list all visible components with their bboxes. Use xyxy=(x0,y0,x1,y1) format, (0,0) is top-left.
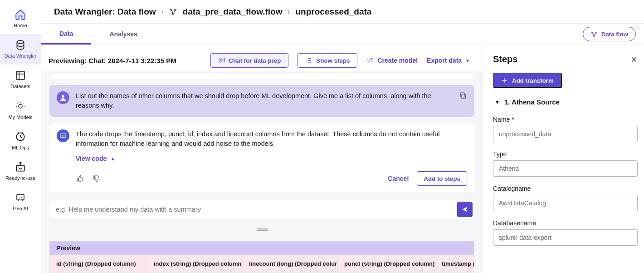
nav-ml-ops-label: ML Ops xyxy=(12,145,29,151)
breadcrumb-root[interactable]: Data Wrangler: Data flow xyxy=(54,7,156,17)
flow-file-icon xyxy=(169,8,177,16)
steps-panel: Steps Add transform ▼ 1. Athena Source N… xyxy=(483,45,644,273)
tabs: Data Analyses xyxy=(41,24,156,45)
nav-ml-ops[interactable]: ML Ops xyxy=(0,126,41,156)
datasets-icon xyxy=(14,69,27,82)
svg-point-12 xyxy=(62,95,64,98)
send-button[interactable] xyxy=(457,202,473,217)
ml-ops-icon xyxy=(14,130,27,143)
assistant-avatar-icon xyxy=(57,129,69,142)
type-field-label: Type xyxy=(493,150,638,158)
nav-my-models-label: My Models xyxy=(8,114,32,120)
type-field[interactable] xyxy=(493,160,638,177)
svg-point-0 xyxy=(17,40,24,44)
create-model-link[interactable]: Create model xyxy=(366,57,418,64)
nav-my-models[interactable]: My Models xyxy=(0,95,41,126)
add-transform-label: Add transform xyxy=(512,77,554,84)
svg-point-9 xyxy=(595,32,597,33)
view-code-label: View code xyxy=(76,155,107,162)
chat-area: List out the names of other columns that… xyxy=(41,71,483,273)
nav-datasets[interactable]: Datasets xyxy=(0,65,41,95)
name-field[interactable] xyxy=(493,126,638,142)
data-flow-button[interactable]: Data flow xyxy=(583,27,636,41)
step-1-row[interactable]: ▼ 1. Athena Source xyxy=(493,98,638,106)
nav-gen-ai[interactable]: Gen AI xyxy=(0,187,41,217)
column-header-id[interactable]: id (string) (Dropped column) xyxy=(49,255,147,273)
svg-rect-14 xyxy=(461,93,464,97)
step-1-label: 1. Athena Source xyxy=(504,98,560,106)
plus-icon xyxy=(501,77,507,84)
add-transform-button[interactable]: Add transform xyxy=(493,73,562,88)
catalog-field-label: Catalogname xyxy=(493,185,638,192)
nav-home-label: Home xyxy=(14,23,27,29)
chevron-up-icon: ▲ xyxy=(110,156,115,161)
catalog-field[interactable] xyxy=(493,195,638,211)
nav-data-wrangler-label: Data Wrangler xyxy=(5,53,37,59)
nav-ready-to-use[interactable]: Ready-to-use xyxy=(0,156,41,187)
database-field-label: Databasename xyxy=(493,219,638,227)
tab-data[interactable]: Data xyxy=(41,24,91,45)
export-data-label: Export data xyxy=(427,57,462,64)
caret-down-icon: ▼ xyxy=(465,58,470,63)
svg-point-10 xyxy=(593,35,595,37)
svg-rect-4 xyxy=(17,194,24,200)
svg-point-8 xyxy=(591,32,593,33)
svg-point-7 xyxy=(172,13,174,14)
nav-datasets-label: Datasets xyxy=(10,84,30,89)
breadcrumb-node[interactable]: unprocessed_data xyxy=(296,7,372,17)
chat-input[interactable] xyxy=(56,206,457,213)
nav-home[interactable]: Home xyxy=(0,4,41,34)
chat-input-row xyxy=(49,200,474,218)
export-data-dropdown[interactable]: Export data ▼ xyxy=(427,57,470,64)
database-field[interactable] xyxy=(493,229,638,246)
assistant-message-text: The code drops the timestamp, punct, id,… xyxy=(76,129,467,149)
column-header-index[interactable]: index (string) (Dropped column) xyxy=(147,255,242,273)
user-message-text: List out the names of other columns that… xyxy=(76,91,453,110)
nav-gen-ai-label: Gen AI xyxy=(13,206,28,212)
view-code-toggle[interactable]: View code ▲ xyxy=(76,155,467,162)
column-header-timestamp[interactable]: timestamp (string) xyxy=(435,255,474,273)
user-message: List out the names of other columns that… xyxy=(49,85,474,117)
list-icon xyxy=(305,57,312,64)
my-models-icon xyxy=(14,100,27,113)
copy-icon[interactable] xyxy=(459,91,467,99)
svg-rect-1 xyxy=(16,71,24,79)
preview-title: Previewing: Chat: 2024-7-11 3:22:35 PM xyxy=(49,57,176,65)
chat-icon xyxy=(218,57,225,64)
column-header-linecount[interactable]: linecount (long) (Dropped column) xyxy=(242,255,337,273)
breadcrumb: Data Wrangler: Data flow › data_pre_data… xyxy=(41,0,644,24)
home-icon xyxy=(14,8,27,21)
breadcrumb-file[interactable]: data_pre_data_flow.flow xyxy=(183,7,283,17)
tab-analyses[interactable]: Analyses xyxy=(91,24,155,45)
show-steps-button[interactable]: Show steps xyxy=(298,53,357,68)
preview-header: Preview xyxy=(49,241,474,255)
magic-wand-icon xyxy=(366,57,374,64)
main-column: Previewing: Chat: 2024-7-11 3:22:35 PM C… xyxy=(41,45,483,273)
show-steps-label: Show steps xyxy=(316,57,350,64)
svg-rect-13 xyxy=(462,94,465,99)
data-wrangler-icon xyxy=(14,39,27,51)
close-icon[interactable] xyxy=(630,56,638,63)
preview-columns-row: id (string) (Dropped column) index (stri… xyxy=(49,255,474,273)
caret-down-icon: ▼ xyxy=(495,99,500,105)
resize-handle[interactable] xyxy=(49,225,474,235)
ready-to-use-icon xyxy=(14,161,27,174)
user-avatar-icon xyxy=(57,91,69,104)
gen-ai-icon xyxy=(14,191,27,204)
steps-panel-title: Steps xyxy=(493,54,517,65)
cancel-link[interactable]: Cancel xyxy=(388,175,409,182)
left-nav-rail: Home Data Wrangler Datasets My Models ML… xyxy=(0,0,41,273)
name-field-label: Name * xyxy=(493,116,638,123)
svg-rect-15 xyxy=(60,134,66,137)
chat-for-data-prep-label: Chat for data prep xyxy=(229,57,281,64)
nav-data-wrangler[interactable]: Data Wrangler xyxy=(0,34,41,65)
tabs-row: Data Analyses Data flow xyxy=(41,24,644,45)
chat-for-data-prep-button[interactable]: Chat for data prep xyxy=(210,53,289,68)
data-flow-icon xyxy=(590,30,598,38)
thumbs-down-icon[interactable] xyxy=(92,174,100,183)
add-to-steps-button[interactable]: Add to steps xyxy=(417,171,467,186)
thumbs-up-icon[interactable] xyxy=(76,174,84,183)
svg-point-2 xyxy=(19,104,22,108)
chevron-right-icon: › xyxy=(288,8,290,15)
column-header-punct[interactable]: punct (string) (Dropped column) xyxy=(337,255,435,273)
